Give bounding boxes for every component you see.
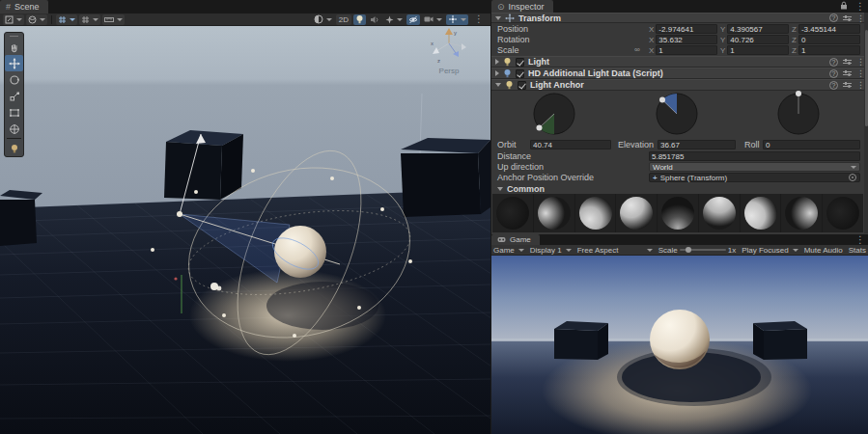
help-icon[interactable]: ?	[829, 14, 838, 22]
hd-light-data-header[interactable]: HD Additional Light Data (Script) ? ⋮	[491, 68, 868, 79]
stats-button[interactable]: Stats	[849, 246, 866, 255]
help-icon[interactable]: ?	[829, 58, 838, 67]
scale-x-field[interactable]	[656, 45, 717, 55]
grid-visibility-button[interactable]	[56, 14, 77, 25]
help-icon[interactable]: ?	[829, 69, 838, 78]
presets-icon[interactable]	[843, 14, 852, 22]
display-dropdown[interactable]: Display 1	[530, 246, 572, 255]
rotation-x-field[interactable]	[656, 35, 717, 44]
toggle-2d-button[interactable]: 2D	[336, 14, 351, 25]
up-direction-dropdown[interactable]: World	[649, 162, 860, 172]
light-preset-thumb[interactable]	[658, 194, 698, 232]
anchor-override-object-field[interactable]: + Sphere (Transform)	[649, 173, 860, 182]
distance-field[interactable]	[649, 151, 860, 161]
common-row[interactable]: Common	[491, 184, 868, 194]
elevation-field[interactable]	[658, 140, 736, 149]
rect-tool-button[interactable]	[5, 104, 23, 121]
render-doodads-button[interactable]	[312, 14, 334, 25]
play-focused-dropdown[interactable]: Play Focused	[742, 246, 798, 255]
position-x-field[interactable]	[656, 24, 717, 34]
light-anchor-foldout[interactable]	[495, 83, 501, 87]
grid-snap-button[interactable]	[79, 14, 100, 25]
display-mode-dropdown[interactable]: Game	[493, 246, 524, 255]
scale-label: Scale	[658, 246, 678, 255]
position-label: Position	[497, 24, 528, 34]
snap-increment-button[interactable]	[102, 14, 125, 25]
hidden-objects-button[interactable]	[406, 14, 420, 25]
aspect-dropdown[interactable]: Free Aspect	[577, 246, 653, 255]
tab-game[interactable]: Game	[491, 234, 540, 245]
hd-light-enabled-checkbox[interactable]	[516, 69, 524, 78]
roll-field[interactable]	[763, 140, 860, 149]
toolbar-separator	[51, 15, 52, 24]
light-anchor-tool-button[interactable]	[5, 140, 23, 156]
game-viewport[interactable]	[491, 256, 868, 434]
common-foldout[interactable]	[497, 187, 503, 191]
roll-dial[interactable]	[773, 89, 824, 139]
light-preset-thumb[interactable]	[781, 194, 822, 232]
hd-light-foldout[interactable]	[495, 70, 499, 76]
scene-view-toolbar: 2D ⋮	[0, 14, 490, 26]
light-enabled-checkbox[interactable]	[516, 58, 524, 67]
position-z-field[interactable]	[798, 24, 860, 34]
inspector-scrollbar[interactable]	[864, 13, 868, 233]
game-tabbar: Game ⋮	[491, 234, 868, 245]
scene-tab-label: Scene	[14, 2, 40, 12]
inspector-lock-icon[interactable]	[836, 1, 852, 12]
transform-tool-button[interactable]	[5, 121, 23, 137]
presets-icon[interactable]	[843, 58, 852, 66]
transform-component-header[interactable]: Transform ? ⋮	[491, 13, 868, 23]
scale-slider-knob[interactable]	[686, 247, 691, 253]
light-preset-thumb[interactable]	[741, 194, 781, 232]
move-tool-button[interactable]	[5, 55, 23, 71]
constrain-proportions-icon[interactable]: ∞	[634, 45, 640, 54]
scene-lighting-button[interactable]	[353, 14, 366, 25]
tab-scene[interactable]: # Scene	[0, 0, 48, 14]
orbit-field[interactable]	[530, 140, 611, 149]
scale-control: Scale 1x	[658, 246, 736, 255]
debug-view-button[interactable]	[26, 14, 47, 25]
tab-inspector[interactable]: ⊙ Inspector	[491, 0, 553, 13]
elevation-dial[interactable]	[652, 89, 702, 139]
pan-tool-button[interactable]	[5, 39, 23, 55]
presets-icon[interactable]	[843, 81, 852, 89]
hd-light-title: HD Additional Light Data (Script)	[528, 68, 663, 78]
position-y-field[interactable]	[727, 24, 789, 34]
object-picker-icon[interactable]	[849, 174, 856, 181]
gizmos-visibility-button[interactable]	[446, 14, 468, 25]
scene-viewport[interactable]: y x z Persp	[0, 26, 490, 434]
scene-audio-button[interactable]	[368, 14, 381, 25]
scene-camera-button[interactable]	[422, 14, 444, 25]
inspector-menu-kebab[interactable]: ⋮	[852, 2, 868, 12]
draw-mode-button[interactable]	[3, 14, 24, 25]
light-preset-thumb[interactable]	[492, 194, 533, 232]
orbit-dial[interactable]	[529, 89, 579, 139]
rotation-z-field[interactable]	[798, 35, 860, 44]
anchor-override-row: Anchor Position Override + Sphere (Trans…	[491, 173, 868, 182]
scale-slider[interactable]	[680, 249, 726, 251]
scale-tool-button[interactable]	[5, 88, 23, 104]
help-icon[interactable]: ?	[829, 81, 838, 90]
game-sphere	[650, 310, 710, 369]
game-menu-kebab[interactable]: ⋮	[852, 235, 868, 245]
light-preset-thumb[interactable]	[616, 194, 657, 232]
rotation-y-field[interactable]	[727, 35, 789, 44]
light-preset-thumb[interactable]	[534, 194, 574, 232]
scene-cube-right[interactable]	[401, 138, 490, 217]
presets-icon[interactable]	[843, 69, 852, 77]
mute-audio-button[interactable]: Mute Audio	[804, 246, 843, 255]
transform-foldout[interactable]	[495, 16, 501, 20]
scale-y-field[interactable]	[727, 45, 789, 55]
light-preset-thumb[interactable]	[575, 194, 616, 232]
scene-menu-kebab[interactable]: ⋮	[470, 14, 488, 24]
light-component-header[interactable]: Light ? ⋮	[491, 56, 868, 68]
light-preset-thumb[interactable]	[823, 194, 863, 232]
preset-sphere-icon	[620, 197, 653, 230]
orbit-label: Orbit	[497, 140, 517, 149]
scale-z-field[interactable]	[798, 45, 860, 55]
effects-button[interactable]	[383, 14, 405, 25]
rotate-tool-button[interactable]	[5, 71, 23, 88]
light-preset-thumb[interactable]	[699, 194, 740, 232]
light-foldout[interactable]	[495, 59, 499, 65]
light-anchor-enabled-checkbox[interactable]	[518, 81, 526, 90]
